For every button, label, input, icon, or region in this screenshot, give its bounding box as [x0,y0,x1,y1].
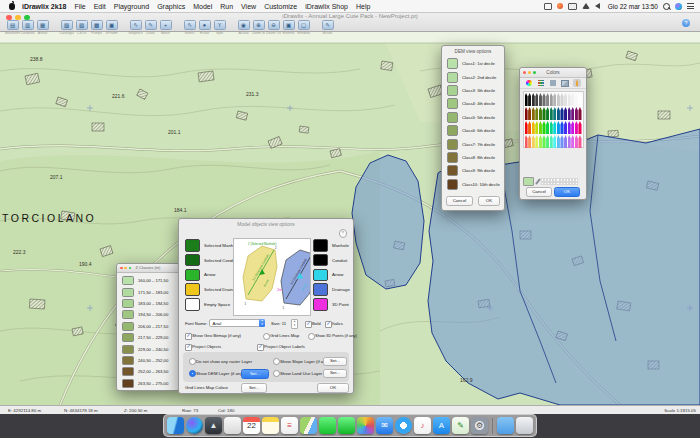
landuse-set-button[interactable]: Set... [323,369,347,378]
dock-icon-safari[interactable] [395,417,412,434]
pencil-swatch[interactable] [532,135,535,148]
toolbar-extents[interactable]: ▣Extents [281,20,296,35]
apple-menu-icon[interactable] [9,3,15,10]
pencil-swatch[interactable] [571,135,574,148]
dock-icon-trash[interactable] [516,417,533,434]
model-help-button[interactable]: ? [339,229,348,238]
dem-class-swatch[interactable] [447,179,458,190]
siri-icon[interactable] [675,3,682,10]
legend-swatch[interactable] [122,310,134,319]
pencil-swatch[interactable] [575,121,578,134]
pencil-swatch[interactable] [550,107,553,120]
drainage-swatch[interactable] [313,283,328,296]
menu-item-idrawlix-shop[interactable]: iDrawlix Shop [305,3,348,10]
pencil-swatch[interactable] [564,135,567,148]
current-color-swatch[interactable] [523,177,534,186]
pencil-swatch[interactable] [557,93,560,106]
dem-layer-set-button[interactable]: Set... [241,369,269,379]
pencil-swatch[interactable] [571,121,574,134]
dock-icon-downloads-folder[interactable] [497,417,514,434]
input-source-icon[interactable] [544,3,552,10]
pencil-swatch[interactable] [557,121,560,134]
dem-class-swatch[interactable] [447,152,458,163]
pencil-swatch[interactable] [575,93,578,106]
menu-item-run[interactable]: Run [220,3,233,10]
app-status-icon[interactable] [557,3,563,9]
menu-item-playground[interactable]: Playground [114,3,149,10]
grid-colour-set-button[interactable]: Set... [241,383,267,393]
pencil-swatch[interactable] [535,93,538,106]
pencil-swatch[interactable] [560,135,563,148]
pencil-swatch[interactable] [532,93,535,106]
dock-icon-calendar[interactable]: 22 [243,417,260,434]
toolbar-split[interactable]: YSplit [212,20,227,35]
zoom-icon[interactable] [129,267,132,270]
toolbar-brush[interactable]: ✎Brush [320,20,335,35]
pencil-swatch[interactable] [564,107,567,120]
pencil-swatch[interactable] [525,107,528,120]
menu-app-name[interactable]: iDrawlix 2k18 [22,3,66,10]
pencil-swatch[interactable] [568,107,571,120]
pencil-swatch[interactable] [578,93,581,106]
pencils-icon[interactable] [573,79,581,87]
minimize-icon[interactable] [528,71,531,74]
pencil-swatch[interactable] [571,93,574,106]
display-icon[interactable] [568,3,577,10]
menu-item-file[interactable]: File [74,3,85,10]
pencil-swatch[interactable] [553,135,556,148]
no-raster-radio[interactable] [189,358,196,365]
points-3d-radio[interactable] [308,333,315,340]
legend-swatch[interactable] [122,356,134,365]
font-name-select[interactable]: Arial [209,319,265,327]
saved-swatch-cell[interactable] [575,182,578,185]
dem-class-swatch[interactable] [447,72,458,83]
grid-lines-radio[interactable] [263,333,270,340]
legend-swatch[interactable] [122,288,134,297]
3d-point-swatch[interactable] [313,298,328,311]
toolbar-graphics[interactable]: ⇖Graphics [128,20,143,35]
wifi-icon[interactable] [582,3,590,9]
pencil-swatch[interactable] [528,93,531,106]
toolbar-areas[interactable]: ▦Areas [35,20,50,35]
legend-window-controls[interactable] [120,267,131,270]
selected-drainage-swatch[interactable] [185,283,200,296]
dem-class-swatch[interactable] [447,139,458,150]
legend-swatch[interactable] [122,333,134,342]
pencil-swatch[interactable] [546,121,549,134]
font-select-arrows-icon[interactable]: ▴▾ [259,319,265,327]
arrow-swatch[interactable] [313,269,328,282]
pencil-swatch[interactable] [542,107,545,120]
pencil-swatch[interactable] [550,93,553,106]
conduit-swatch[interactable] [313,254,328,267]
model-ok-button[interactable]: OK [317,383,349,393]
pencil-swatch[interactable] [542,121,545,134]
legend-swatch[interactable] [122,379,134,388]
notification-center-icon[interactable] [687,3,694,9]
pencil-swatch[interactable] [557,135,560,148]
pencil-swatch[interactable] [546,135,549,148]
legend-swatch[interactable] [122,345,134,354]
eyedropper-icon[interactable] [535,178,541,185]
pencil-swatch[interactable] [539,93,542,106]
dem-cancel-button[interactable]: Cancel [446,196,473,206]
toolbar-manholes[interactable]: ▤Manholes [5,20,20,35]
dock-icon-system-preferences[interactable]: ⚙ [471,417,488,434]
pencil-swatch[interactable] [578,121,581,134]
toolbar-catalogue[interactable]: ▧Catalogue [59,20,74,35]
pencil-swatch[interactable] [560,93,563,106]
dock-icon-launchpad[interactable]: ▲ [205,417,222,434]
pencil-swatch[interactable] [550,121,553,134]
menu-item-view[interactable]: View [241,3,256,10]
dock-icon-facetime[interactable] [338,417,355,434]
dock-icon-reminders[interactable]: ≡ [281,417,298,434]
pencil-swatch[interactable] [535,135,538,148]
empty-space-swatch[interactable] [185,298,200,311]
pencil-swatch[interactable] [568,121,571,134]
pencil-swatch[interactable] [553,121,556,134]
image-palettes-icon[interactable] [561,79,569,87]
toolbar-xpswm[interactable]: ▣XPswm [104,20,119,35]
italics-checkbox[interactable] [325,321,332,328]
pencil-swatch[interactable] [575,107,578,120]
color-wheel-icon[interactable] [525,79,533,87]
pencil-swatch[interactable] [535,107,538,120]
